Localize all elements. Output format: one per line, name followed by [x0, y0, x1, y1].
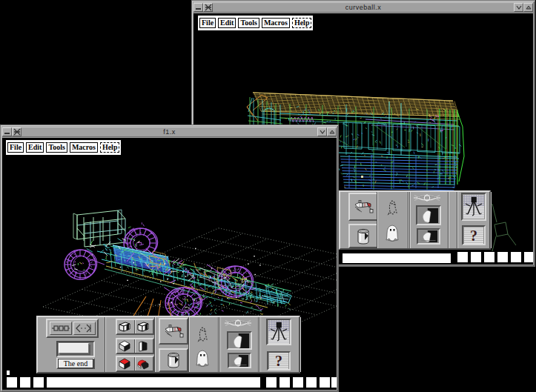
svg-text:?: ? — [470, 227, 477, 244]
svg-text:?: ? — [275, 353, 282, 369]
